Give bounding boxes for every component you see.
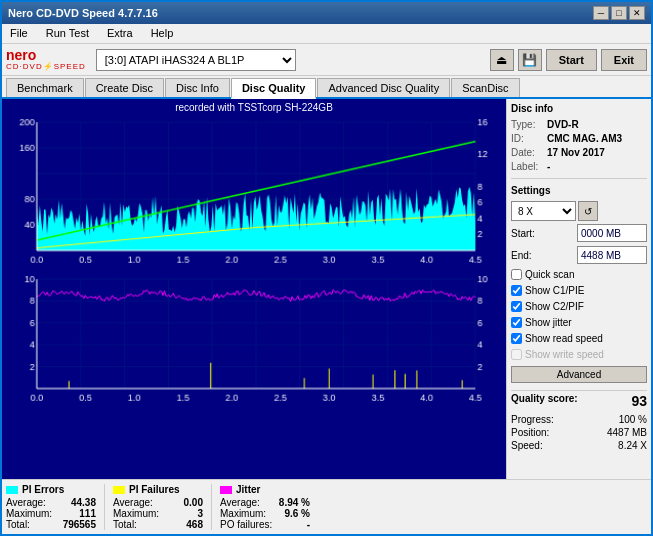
- progress-label: Progress:: [511, 414, 554, 425]
- toolbar: nero CD·DVD⚡SPEED [3:0] ATAPI iHAS324 A …: [2, 44, 651, 76]
- quality-score-label: Quality score:: [511, 393, 578, 409]
- end-field[interactable]: [577, 246, 647, 264]
- speed-row: 8 X ↺: [511, 201, 647, 221]
- pi-failures-avg: Average: 0.00: [113, 497, 203, 508]
- divider-1: [104, 484, 105, 530]
- disc-id-row: ID: CMC MAG. AM3: [511, 133, 647, 144]
- start-button[interactable]: Start: [546, 49, 597, 71]
- quick-scan-checkbox[interactable]: [511, 269, 522, 280]
- show-jitter-label: Show jitter: [525, 317, 572, 328]
- show-c2pif-checkbox[interactable]: [511, 301, 522, 312]
- right-panel: Disc info Type: DVD-R ID: CMC MAG. AM3 D…: [506, 99, 651, 479]
- show-write-speed-row: Show write speed: [511, 349, 647, 360]
- quick-scan-label: Quick scan: [525, 269, 574, 280]
- show-c2pif-label: Show C2/PIF: [525, 301, 584, 312]
- end-field-label: End:: [511, 250, 532, 261]
- speed-row-2: Speed: 8.24 X: [511, 440, 647, 451]
- show-write-speed-checkbox[interactable]: [511, 349, 522, 360]
- tab-advanced-disc-quality[interactable]: Advanced Disc Quality: [317, 78, 450, 97]
- show-write-speed-label: Show write speed: [525, 349, 604, 360]
- disc-type-row: Type: DVD-R: [511, 119, 647, 130]
- label-value: -: [547, 161, 550, 172]
- show-read-speed-checkbox[interactable]: [511, 333, 522, 344]
- show-c1pie-label: Show C1/PIE: [525, 285, 584, 296]
- type-value: DVD-R: [547, 119, 579, 130]
- disc-date-row: Date: 17 Nov 2017: [511, 147, 647, 158]
- pi-failures-total: Total: 468: [113, 519, 203, 530]
- menu-bar: File Run Test Extra Help: [2, 24, 651, 44]
- end-field-row: End:: [511, 246, 647, 264]
- menu-file[interactable]: File: [6, 26, 32, 41]
- tab-create-disc[interactable]: Create Disc: [85, 78, 164, 97]
- disc-label-row: Label: -: [511, 161, 647, 172]
- progress-value: 100 %: [619, 414, 647, 425]
- start-field-row: Start:: [511, 224, 647, 242]
- jitter-group: Jitter Average: 8.94 % Maximum: 9.6 % PO…: [220, 484, 310, 530]
- maximize-button[interactable]: □: [611, 6, 627, 20]
- po-failures: PO failures: -: [220, 519, 310, 530]
- pi-failures-legend: [113, 486, 125, 494]
- nero-logo: nero CD·DVD⚡SPEED: [6, 48, 86, 71]
- pi-failures-max: Maximum: 3: [113, 508, 203, 519]
- tabs: Benchmark Create Disc Disc Info Disc Qua…: [2, 76, 651, 99]
- advanced-button[interactable]: Advanced: [511, 366, 647, 383]
- position-row: Position: 4487 MB: [511, 427, 647, 438]
- label-label: Label:: [511, 161, 543, 172]
- quick-scan-row: Quick scan: [511, 269, 647, 280]
- drive-selector: [3:0] ATAPI iHAS324 A BL1P: [96, 49, 486, 71]
- show-jitter-checkbox[interactable]: [511, 317, 522, 328]
- progress-row: Progress: 100 %: [511, 414, 647, 425]
- settings-title: Settings: [511, 185, 647, 196]
- pi-failures-group: PI Failures Average: 0.00 Maximum: 3 Tot…: [113, 484, 203, 530]
- charts-area: recorded with TSSTcorp SH-224GB: [2, 99, 506, 479]
- id-label: ID:: [511, 133, 543, 144]
- exit-button[interactable]: Exit: [601, 49, 647, 71]
- close-button[interactable]: ✕: [629, 6, 645, 20]
- save-button[interactable]: 💾: [518, 49, 542, 71]
- minimize-button[interactable]: ─: [593, 6, 609, 20]
- start-field-label: Start:: [511, 228, 535, 239]
- pi-errors-legend: [6, 486, 18, 494]
- jitter-legend: [220, 486, 232, 494]
- menu-help[interactable]: Help: [147, 26, 178, 41]
- quality-score-value: 93: [631, 393, 647, 409]
- tab-benchmark[interactable]: Benchmark: [6, 78, 84, 97]
- pi-errors-header: PI Errors: [6, 484, 96, 495]
- jitter-avg: Average: 8.94 %: [220, 497, 310, 508]
- id-value: CMC MAG. AM3: [547, 133, 622, 144]
- start-field[interactable]: [577, 224, 647, 242]
- title-bar: Nero CD-DVD Speed 4.7.7.16 ─ □ ✕: [2, 2, 651, 24]
- drive-dropdown[interactable]: [3:0] ATAPI iHAS324 A BL1P: [96, 49, 296, 71]
- nero-sub: CD·DVD⚡SPEED: [6, 62, 86, 71]
- show-c1pie-checkbox[interactable]: [511, 285, 522, 296]
- title-bar-buttons: ─ □ ✕: [593, 6, 645, 20]
- refresh-button[interactable]: ↺: [578, 201, 598, 221]
- show-read-speed-label: Show read speed: [525, 333, 603, 344]
- show-read-speed-row: Show read speed: [511, 333, 647, 344]
- date-label: Date:: [511, 147, 543, 158]
- tab-disc-info[interactable]: Disc Info: [165, 78, 230, 97]
- eject-button[interactable]: ⏏: [490, 49, 514, 71]
- pi-errors-avg: Average: 44.38: [6, 497, 96, 508]
- main-window: Nero CD-DVD Speed 4.7.7.16 ─ □ ✕ File Ru…: [0, 0, 653, 536]
- speed-label: Speed:: [511, 440, 543, 451]
- show-c2pif-row: Show C2/PIF: [511, 301, 647, 312]
- type-label: Type:: [511, 119, 543, 130]
- menu-extra[interactable]: Extra: [103, 26, 137, 41]
- pi-failures-header: PI Failures: [113, 484, 203, 495]
- disc-info-title: Disc info: [511, 103, 647, 114]
- progress-section: Progress: 100 % Position: 4487 MB Speed:…: [511, 414, 647, 451]
- chart-title: recorded with TSSTcorp SH-224GB: [4, 101, 504, 114]
- lower-chart: [4, 273, 504, 411]
- pi-errors-max: Maximum: 111: [6, 508, 96, 519]
- pi-errors-label: PI Errors: [22, 484, 64, 495]
- jitter-max: Maximum: 9.6 %: [220, 508, 310, 519]
- date-value: 17 Nov 2017: [547, 147, 605, 158]
- tab-scan-disc[interactable]: ScanDisc: [451, 78, 519, 97]
- window-title: Nero CD-DVD Speed 4.7.7.16: [8, 7, 158, 19]
- divider-2: [211, 484, 212, 530]
- speed-dropdown[interactable]: 8 X: [511, 201, 576, 221]
- tab-disc-quality[interactable]: Disc Quality: [231, 78, 317, 99]
- bottom-stats: PI Errors Average: 44.38 Maximum: 111 To…: [2, 479, 651, 534]
- menu-run-test[interactable]: Run Test: [42, 26, 93, 41]
